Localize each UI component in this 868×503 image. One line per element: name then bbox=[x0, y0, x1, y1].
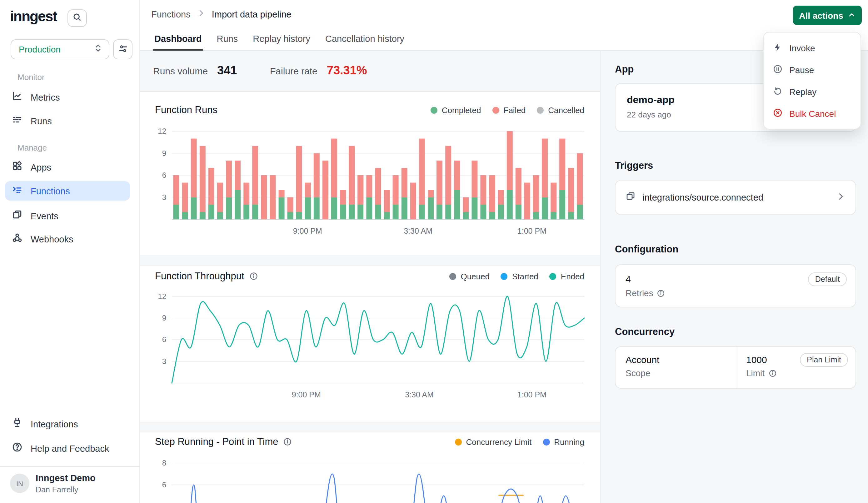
user-org: Inngest Demo bbox=[35, 473, 96, 483]
limit-label: Limit bbox=[746, 368, 765, 378]
svg-text:9:00 PM: 9:00 PM bbox=[292, 390, 321, 399]
svg-text:9:00 PM: 9:00 PM bbox=[293, 226, 322, 235]
concurrency-scope: Account Scope bbox=[616, 347, 737, 388]
tab-cancellation-history[interactable]: Cancellation history bbox=[324, 29, 405, 51]
svg-text:6: 6 bbox=[162, 171, 166, 179]
replay-icon bbox=[773, 86, 782, 97]
user-name: Dan Farrelly bbox=[35, 485, 78, 494]
nav-section-monitor: Monitor bbox=[18, 72, 45, 82]
svg-text:1:00 PM: 1:00 PM bbox=[517, 226, 547, 235]
function-throughput-card: Function Throughput Queued Started Ended… bbox=[140, 266, 600, 422]
chevron-up-icon bbox=[848, 10, 856, 20]
svg-text:3:30 AM: 3:30 AM bbox=[405, 390, 434, 399]
sidebar-item-label: Webhooks bbox=[31, 234, 73, 244]
sidebar-divider bbox=[0, 466, 140, 467]
all-actions-menu: Invoke Pause Replay Bulk Cancel bbox=[763, 32, 861, 129]
menu-item-label: Bulk Cancel bbox=[789, 109, 836, 119]
sidebar-item-metrics[interactable]: Metrics bbox=[5, 88, 130, 107]
all-actions-button[interactable]: All actions bbox=[793, 6, 862, 25]
search-button[interactable] bbox=[68, 9, 87, 27]
stat-runs-volume: Runs volume 341 bbox=[153, 64, 237, 78]
sidebar-item-label: Apps bbox=[31, 162, 51, 172]
sidebar: inngest Production Monitor Metrics bbox=[0, 0, 140, 503]
scope-label: Scope bbox=[626, 368, 727, 378]
default-badge: Default bbox=[808, 273, 847, 286]
menu-item-replay[interactable]: Replay bbox=[764, 81, 860, 102]
scope-value: Account bbox=[626, 354, 727, 365]
sidebar-item-label: Runs bbox=[31, 116, 52, 126]
environment-selector[interactable]: Production bbox=[11, 39, 109, 59]
sidebar-item-webhooks[interactable]: Webhooks bbox=[5, 229, 130, 249]
runs-volume-value: 341 bbox=[217, 64, 237, 78]
svg-text:9: 9 bbox=[162, 149, 166, 157]
sidebar-item-label: Functions bbox=[31, 186, 70, 196]
breadcrumb-functions[interactable]: Functions bbox=[151, 9, 190, 19]
svg-text:3: 3 bbox=[162, 357, 166, 366]
search-icon bbox=[72, 12, 82, 24]
topbar: Functions Import data pipeline Dashboard… bbox=[140, 0, 868, 51]
retries-card: 4 Retries Default bbox=[615, 264, 856, 307]
sidebar-item-integrations[interactable]: Integrations bbox=[5, 414, 130, 434]
plan-limit-badge: Plan Limit bbox=[800, 353, 848, 367]
runs-volume-label: Runs volume bbox=[153, 65, 208, 76]
chevron-right-icon bbox=[197, 9, 206, 20]
concurrency-limit: 1000 Limit Plan Limit bbox=[737, 347, 856, 388]
step-running-card: Step Running - Point in Time Concurrency… bbox=[140, 432, 600, 503]
main-content: Runs volume 341 Failure rate 73.31% Last… bbox=[140, 51, 600, 503]
svg-text:3: 3 bbox=[162, 193, 166, 202]
step-running-chart: 468 bbox=[140, 432, 600, 503]
svg-text:6: 6 bbox=[162, 481, 166, 489]
app-window: inngest Production Monitor Metrics bbox=[0, 0, 868, 503]
environment-filter-button[interactable] bbox=[113, 39, 133, 59]
menu-item-invoke[interactable]: Invoke bbox=[764, 37, 860, 59]
apps-grid-icon bbox=[12, 161, 22, 174]
cancel-circle-icon bbox=[773, 108, 782, 119]
sidebar-item-label: Integrations bbox=[31, 419, 78, 429]
function-runs-chart: 369129:00 PM3:30 AM1:00 PM bbox=[140, 92, 600, 256]
menu-item-pause[interactable]: Pause bbox=[764, 59, 860, 81]
svg-text:8: 8 bbox=[162, 459, 166, 467]
tab-replay-history[interactable]: Replay history bbox=[251, 29, 311, 51]
concurrency-heading: Concurrency bbox=[615, 326, 674, 337]
menu-item-label: Pause bbox=[789, 65, 814, 75]
svg-text:1:00 PM: 1:00 PM bbox=[517, 390, 547, 399]
tab-runs[interactable]: Runs bbox=[216, 29, 239, 51]
sidebar-item-help[interactable]: Help and Feedback bbox=[5, 439, 130, 458]
metrics-chart-icon bbox=[12, 91, 22, 104]
triggers-heading: Triggers bbox=[615, 160, 653, 171]
svg-text:12: 12 bbox=[158, 292, 166, 300]
sidebar-item-functions[interactable]: Functions bbox=[5, 181, 130, 201]
svg-text:9: 9 bbox=[162, 314, 166, 322]
info-icon[interactable] bbox=[657, 289, 665, 297]
function-runs-card: Function Runs Completed Failed Cancelled… bbox=[140, 91, 600, 256]
avatar[interactable]: IN bbox=[10, 474, 29, 493]
function-throughput-chart: 369129:00 PM3:30 AM1:00 PM bbox=[140, 266, 600, 422]
trigger-card[interactable]: integrations/source.connected bbox=[615, 180, 856, 215]
breadcrumb: Functions Import data pipeline bbox=[151, 9, 291, 20]
environment-value: Production bbox=[19, 44, 94, 54]
sidebar-item-label: Metrics bbox=[31, 92, 60, 102]
pause-circle-icon bbox=[773, 64, 782, 75]
app-heading: App bbox=[615, 64, 634, 75]
tab-dashboard[interactable]: Dashboard bbox=[153, 29, 203, 51]
info-icon[interactable] bbox=[768, 369, 776, 377]
svg-text:6: 6 bbox=[162, 335, 166, 344]
failure-rate-value: 73.31% bbox=[327, 64, 367, 78]
webhooks-icon bbox=[12, 233, 22, 246]
nav-section-manage: Manage bbox=[18, 143, 47, 153]
menu-item-bulk-cancel[interactable]: Bulk Cancel bbox=[764, 102, 860, 124]
help-circle-icon bbox=[12, 442, 22, 455]
sidebar-item-runs[interactable]: Runs bbox=[5, 111, 130, 131]
all-actions-label: All actions bbox=[799, 10, 843, 20]
sidebar-item-events[interactable]: Events bbox=[5, 206, 130, 226]
stat-failure-rate: Failure rate 73.31% bbox=[270, 64, 367, 78]
configuration-heading: Configuration bbox=[615, 244, 678, 255]
breadcrumb-current: Import data pipeline bbox=[212, 9, 291, 19]
inngest-logo: inngest bbox=[10, 8, 57, 25]
sliders-icon bbox=[118, 43, 128, 55]
tab-bar: Dashboard Runs Replay history Cancellati… bbox=[153, 29, 405, 51]
events-windows-icon bbox=[12, 209, 22, 223]
runs-list-icon bbox=[12, 114, 22, 127]
sidebar-item-apps[interactable]: Apps bbox=[5, 157, 130, 177]
menu-item-label: Invoke bbox=[789, 43, 815, 53]
